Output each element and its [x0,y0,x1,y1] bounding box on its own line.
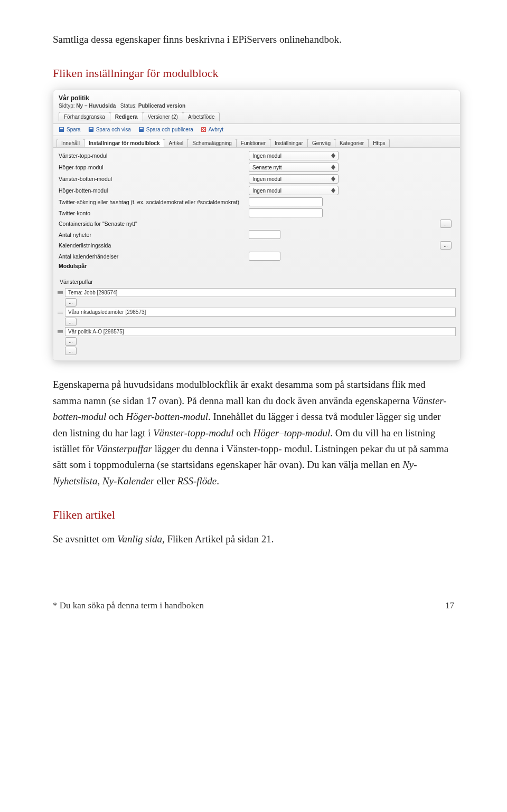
label: Antal kalenderhändelser [59,253,249,260]
drag-handle-icon[interactable] [58,289,63,297]
toolbar: Spara Spara och visa Spara och publicera… [53,124,460,136]
row-vanster-topp: Vänster-topp-modul Ingen modul [53,150,460,161]
subtab-article[interactable]: Artikel [164,139,188,147]
label: Twitter-sökning eller hashtag (t. ex. so… [59,199,249,205]
subtab-https[interactable]: Https [368,139,390,147]
save-publish-button[interactable]: Spara och publicera [138,127,193,132]
puff-field[interactable]: Tema: Jobb [298574] [65,288,456,297]
row-calendar-count: Antal kalenderhändelser [53,251,460,262]
puff-browse: ... [58,337,456,346]
puff-browse: ... [58,298,456,307]
row-calendar-page: Kalenderlistningssida ... [53,240,460,251]
row-hoger-topp: Höger-topp-modul Senaste nytt [53,161,460,173]
subtab-bar: Innehåll Inställningar för modulblock Ar… [53,136,460,148]
status-label: Status: [120,103,137,109]
footnote: * Du kan söka på denna term i handboken [53,600,204,611]
puff-browse: ... [58,318,456,326]
updown-icon [331,164,336,171]
page-footer: * Du kan söka på denna term i handboken … [53,600,454,611]
browse-button[interactable]: ... [440,241,452,250]
browse-button[interactable]: ... [65,318,77,326]
tab-workflow[interactable]: Arbetsflöde [183,112,220,121]
save-icon [88,127,94,132]
row-news-count: Antal nyheter [53,229,460,240]
input-calendar-count[interactable] [249,252,280,261]
sidtyp-label: Sidtyp: [59,103,75,109]
input-twitter-account[interactable] [249,208,323,217]
page-meta: Sidtyp: Ny – Huvudsida Status: Publicera… [59,103,455,109]
drag-handle-icon[interactable] [58,328,63,336]
panel-header: Vår politik Sidtyp: Ny – Huvudsida Statu… [53,90,460,124]
puff-item: Vår politik A-Ö [298575] [58,327,456,336]
browse-button[interactable]: ... [440,219,452,228]
updown-icon [331,187,336,194]
select-value: Ingen modul [252,188,281,194]
browse-button[interactable]: ... [65,337,77,346]
paragraph-1: Egenskaperna på huvudsidans modulblockfl… [53,377,454,489]
browse-button[interactable]: ... [65,298,77,307]
row-modulspar: Modulspår [53,262,460,270]
subtab-categories[interactable]: Kategorier [335,139,369,147]
select-value: Ingen modul [252,153,281,159]
puff-field[interactable]: Våra riksdagsledamöter [298573] [65,308,456,317]
puff-area: Vänsterpuffar Tema: Jobb [298574] ... Vå… [53,274,460,360]
sidtyp-value: Ny – Huvudsida [76,103,116,109]
save-icon [59,127,64,132]
browse-button[interactable]: ... [65,347,77,355]
paragraph-2: Se avsnittet om Vanlig sida, Fliken Arti… [53,531,454,547]
drag-handle-icon[interactable] [58,309,63,316]
label: Höger-botten-modul [59,187,249,194]
select-hoger-topp[interactable]: Senaste nytt [249,163,339,172]
subtab-modulblock[interactable]: Inställningar för modulblock [84,139,164,147]
row-twitter-search: Twitter-sökning eller hashtag (t. ex. so… [53,196,460,207]
puff-item: Våra riksdagsledamöter [298573] [58,308,456,317]
input-news-count[interactable] [249,230,280,239]
section-title-2: Fliken artikel [53,508,454,522]
row-hoger-botten: Höger-botten-modul Ingen modul [53,185,460,196]
main-tabbar: Förhandsgranska Redigera Versioner (2) A… [59,112,455,121]
label: Twitter-konto [59,210,249,216]
section-title-1: Fliken inställningar för modulblock [53,66,454,80]
intro-line: Samtliga dessa egenskaper finns beskrivn… [53,32,454,47]
label: Kalenderlistningssida [59,242,249,249]
updown-icon [331,175,336,183]
subtab-functions[interactable]: Funktioner [236,139,270,147]
label: Vänster-topp-modul [59,152,249,159]
svg-rect-3 [89,128,92,129]
puff-title: Vänsterpuffar [58,276,456,287]
save-label: Spara [67,127,81,132]
select-hoger-botten[interactable]: Ingen modul [249,186,339,195]
row-vanster-botten: Vänster-botten-modul Ingen modul [53,173,460,185]
row-container: Containersida för "Senaste nytt" ... [53,218,460,229]
select-value: Senaste nytt [252,165,282,170]
puff-field[interactable]: Vår politik A-Ö [298575] [65,327,456,336]
save-view-button[interactable]: Spara och visa [88,127,131,132]
save-publish-label: Spara och publicera [146,127,193,132]
puff-browse-empty: ... [58,347,456,355]
subtab-content[interactable]: Innehåll [57,139,84,147]
tab-preview[interactable]: Förhandsgranska [59,112,110,121]
input-twitter-search[interactable] [249,197,323,206]
save-button[interactable]: Spara [59,127,81,132]
updown-icon [331,152,336,159]
select-vanster-topp[interactable]: Ingen modul [249,151,339,160]
cancel-icon [201,127,206,132]
svg-rect-5 [140,128,143,129]
subtab-shortcut[interactable]: Genväg [307,139,335,147]
tab-versions[interactable]: Versioner (2) [143,112,183,121]
episerver-panel: Vår politik Sidtyp: Ny – Huvudsida Statu… [53,90,461,361]
subtab-settings[interactable]: Inställningar [270,139,308,147]
page-number: 17 [445,600,454,611]
label: Modulspår [59,263,249,269]
form-area: Vänster-topp-modul Ingen modul Höger-top… [53,148,460,274]
save-icon [138,127,144,132]
tab-edit[interactable]: Redigera [110,112,143,121]
label: Vänster-botten-modul [59,176,249,182]
subtab-schedule[interactable]: Schemaläggning [187,139,237,147]
cancel-button[interactable]: Avbryt [201,127,223,132]
cancel-label: Avbryt [209,127,223,132]
status-value: Publicerad version [138,103,185,109]
puff-item: Tema: Jobb [298574] [58,288,456,297]
label: Containersida för "Senaste nytt" [59,221,249,227]
select-vanster-botten[interactable]: Ingen modul [249,174,339,184]
